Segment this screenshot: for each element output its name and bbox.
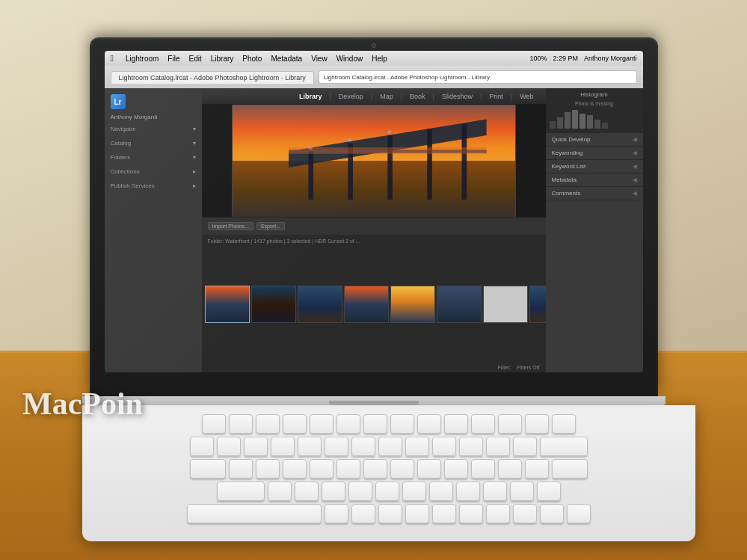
film-thumb-3[interactable] xyxy=(298,286,342,323)
key-f8[interactable] xyxy=(417,414,441,434)
key-a[interactable] xyxy=(268,481,292,501)
menu-window[interactable]: Window xyxy=(336,55,363,63)
browser-tab[interactable]: Lightroom Catalog.lrcat - Adobe Photosho… xyxy=(111,71,314,84)
sidebar-item-folders[interactable]: Folders ▾ xyxy=(105,150,202,164)
module-slideshow[interactable]: Slideshow xyxy=(436,91,479,102)
key-7[interactable] xyxy=(378,437,402,456)
key-f12[interactable] xyxy=(525,414,549,434)
key-y[interactable] xyxy=(363,459,387,479)
key-g[interactable] xyxy=(375,481,399,501)
key-o[interactable] xyxy=(444,459,468,479)
menu-help[interactable]: Help xyxy=(372,55,387,63)
film-thumb-2[interactable] xyxy=(251,286,296,323)
key-z[interactable] xyxy=(325,504,348,523)
menu-lightroom[interactable]: Lightroom xyxy=(126,55,159,63)
key-rbracket[interactable] xyxy=(525,459,549,479)
key-h[interactable] xyxy=(402,481,426,501)
menu-library[interactable]: Library xyxy=(211,55,234,63)
key-equals[interactable] xyxy=(513,437,537,456)
key-u[interactable] xyxy=(390,459,414,479)
film-thumb-5[interactable] xyxy=(390,286,435,323)
key-l[interactable] xyxy=(483,481,507,501)
module-map[interactable]: Map xyxy=(374,91,399,102)
film-thumb-4[interactable] xyxy=(344,286,389,323)
menu-photo[interactable]: Photo xyxy=(242,55,262,63)
key-9[interactable] xyxy=(432,437,456,456)
module-print[interactable]: Print xyxy=(483,91,509,102)
key-5[interactable] xyxy=(325,437,348,456)
key-f3[interactable] xyxy=(283,414,307,434)
sidebar-item-publish-services[interactable]: Publish Services ▸ xyxy=(105,179,202,193)
key-s[interactable] xyxy=(295,481,319,501)
key-f5[interactable] xyxy=(336,414,360,434)
key-e[interactable] xyxy=(283,459,307,479)
key-w[interactable] xyxy=(256,459,280,479)
address-bar[interactable]: Lightroom Catalog.lrcat - Adobe Photosho… xyxy=(319,70,637,84)
key-shift-left[interactable] xyxy=(187,504,322,523)
key-period[interactable] xyxy=(540,504,564,523)
key-f6[interactable] xyxy=(363,414,387,434)
apple-menu[interactable]:  xyxy=(111,53,114,64)
key-quote[interactable] xyxy=(537,481,561,501)
key-0[interactable] xyxy=(459,437,483,456)
key-tab[interactable] xyxy=(190,459,226,479)
key-c[interactable] xyxy=(378,504,402,523)
right-panel-comments[interactable]: Comments ◀ xyxy=(546,187,643,200)
module-develop[interactable]: Develop xyxy=(333,91,369,102)
key-i[interactable] xyxy=(417,459,441,479)
key-f10[interactable] xyxy=(471,414,495,434)
menu-file[interactable]: File xyxy=(167,55,179,63)
key-minus[interactable] xyxy=(486,437,510,456)
right-panel-keywording[interactable]: Keywording ◀ xyxy=(546,147,643,160)
key-f11[interactable] xyxy=(498,414,522,434)
sidebar-item-collections[interactable]: Collections ▸ xyxy=(105,164,202,179)
film-thumb-6[interactable] xyxy=(437,286,482,323)
key-t[interactable] xyxy=(336,459,360,479)
key-3[interactable] xyxy=(271,437,295,456)
key-f2[interactable] xyxy=(256,414,280,434)
key-m[interactable] xyxy=(486,504,510,523)
module-web[interactable]: Web xyxy=(514,91,539,102)
film-thumb-7[interactable] xyxy=(483,286,528,323)
key-k[interactable] xyxy=(456,481,480,501)
film-thumb-1[interactable] xyxy=(205,286,250,323)
key-f4[interactable] xyxy=(310,414,333,434)
key-6[interactable] xyxy=(351,437,375,456)
film-thumb-8[interactable] xyxy=(529,286,546,323)
right-panel-keyword-list[interactable]: Keyword List ◀ xyxy=(546,160,643,173)
key-backspace[interactable] xyxy=(540,437,588,456)
key-q[interactable] xyxy=(229,459,253,479)
key-return[interactable] xyxy=(552,459,588,479)
key-power[interactable] xyxy=(552,414,576,434)
key-4[interactable] xyxy=(298,437,322,456)
key-b[interactable] xyxy=(432,504,456,523)
key-f[interactable] xyxy=(348,481,372,501)
module-library[interactable]: Library xyxy=(293,91,328,102)
filter-value[interactable]: Filters Off xyxy=(517,365,539,370)
sidebar-item-navigator[interactable]: Navigator ▾ xyxy=(105,122,202,136)
key-2[interactable] xyxy=(244,437,268,456)
key-8[interactable] xyxy=(405,437,429,456)
key-x[interactable] xyxy=(351,504,375,523)
key-backtick[interactable] xyxy=(190,437,214,456)
menu-metadata[interactable]: Metadata xyxy=(271,55,302,63)
key-lbracket[interactable] xyxy=(498,459,522,479)
right-panel-quick-develop[interactable]: Quick Develop ◀ xyxy=(546,133,643,147)
key-f9[interactable] xyxy=(444,414,468,434)
key-semicolon[interactable] xyxy=(510,481,534,501)
key-slash[interactable] xyxy=(567,504,591,523)
key-v[interactable] xyxy=(405,504,429,523)
menu-edit[interactable]: Edit xyxy=(188,55,201,63)
key-f1[interactable] xyxy=(229,414,253,434)
key-p[interactable] xyxy=(471,459,495,479)
module-book[interactable]: Book xyxy=(404,91,431,102)
key-f7[interactable] xyxy=(390,414,414,434)
key-n[interactable] xyxy=(459,504,483,523)
export-button[interactable]: Export... xyxy=(256,222,285,230)
key-1[interactable] xyxy=(217,437,241,456)
import-button[interactable]: Import Photos... xyxy=(208,222,253,230)
key-r[interactable] xyxy=(310,459,333,479)
key-j[interactable] xyxy=(429,481,453,501)
key-esc[interactable] xyxy=(202,414,226,434)
key-d[interactable] xyxy=(322,481,345,501)
